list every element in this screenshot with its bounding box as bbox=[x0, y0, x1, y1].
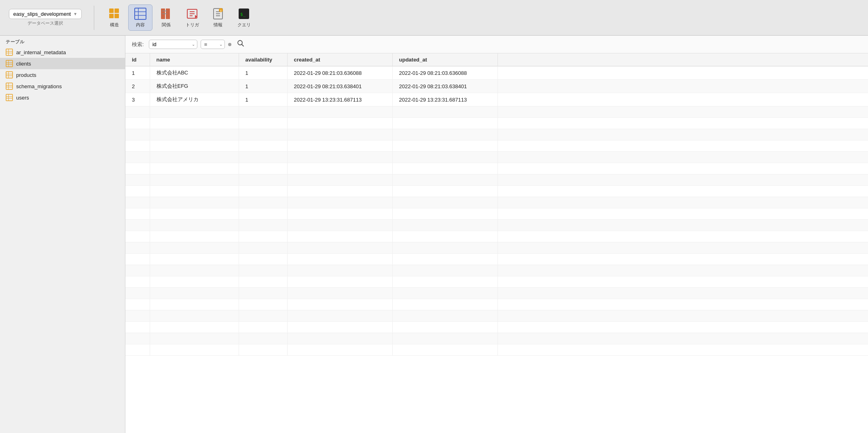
table-header-row: id name availability created_at updated_… bbox=[125, 53, 868, 66]
relation-icon bbox=[160, 7, 173, 20]
table-row[interactable]: 2 株式会社EFG 1 2022-01-29 08:21:03.638401 2… bbox=[125, 80, 868, 93]
structure-icon bbox=[108, 7, 121, 20]
sidebar-item-products[interactable]: products bbox=[0, 69, 125, 81]
empty-row bbox=[125, 333, 868, 344]
empty-row bbox=[125, 322, 868, 333]
db-selector-button[interactable]: easy_slips_development ▼ bbox=[9, 9, 82, 19]
info-icon: i bbox=[212, 7, 224, 20]
svg-text:i: i bbox=[220, 9, 221, 13]
cell-updated-at: 2022-01-29 08:21:03.636088 bbox=[392, 66, 498, 80]
tool-info-label: 情報 bbox=[214, 22, 222, 28]
sidebar-item-schema-migrations[interactable]: schema_migrations bbox=[0, 81, 125, 92]
svg-text:$_: $_ bbox=[240, 12, 246, 17]
table-grid-icon bbox=[6, 60, 13, 67]
col-header-created-at[interactable]: created_at bbox=[287, 53, 392, 66]
sidebar: テーブル ar_internal_metadata clients bbox=[0, 36, 125, 433]
cell-id: 1 bbox=[125, 66, 150, 80]
db-selector-label: データベース選択 bbox=[28, 20, 63, 26]
empty-row bbox=[125, 163, 868, 174]
db-selector-container: easy_slips_development ▼ データベース選択 bbox=[5, 9, 86, 26]
main-layout: テーブル ar_internal_metadata clients bbox=[0, 36, 868, 433]
svg-rect-2 bbox=[109, 14, 114, 18]
col-header-extra bbox=[498, 53, 868, 66]
svg-rect-0 bbox=[109, 8, 114, 13]
cell-id: 3 bbox=[125, 93, 150, 106]
cell-created-at: 2022-01-29 08:21:03.638401 bbox=[287, 80, 392, 93]
toolbar: easy_slips_development ▼ データベース選択 構造 bbox=[0, 0, 868, 36]
search-icon bbox=[237, 40, 244, 47]
sidebar-section-header: テーブル bbox=[0, 36, 125, 47]
tool-trigger[interactable]: トリガ bbox=[180, 5, 204, 30]
cell-created-at: 2022-01-29 08:21:03.636088 bbox=[287, 66, 392, 80]
tool-info[interactable]: i 情報 bbox=[206, 5, 230, 30]
content-area: 検索: id = bbox=[125, 36, 868, 433]
sidebar-item-label: schema_migrations bbox=[16, 83, 62, 89]
empty-row bbox=[125, 208, 868, 220]
svg-rect-25 bbox=[6, 49, 13, 55]
sidebar-item-label: users bbox=[16, 95, 29, 101]
empty-row bbox=[125, 197, 868, 208]
cell-updated-at: 2022-01-29 13:23:31.687113 bbox=[392, 93, 498, 106]
table-row[interactable]: 3 株式会社アメリカ 1 2022-01-29 13:23:31.687113 … bbox=[125, 93, 868, 106]
svg-line-46 bbox=[241, 45, 243, 47]
tool-relation-label: 関係 bbox=[162, 22, 171, 28]
empty-row bbox=[125, 299, 868, 310]
empty-row bbox=[125, 220, 868, 231]
cell-name: 株式会社ABC bbox=[150, 66, 239, 80]
empty-row bbox=[125, 129, 868, 140]
empty-row bbox=[125, 254, 868, 265]
tool-structure-label: 構造 bbox=[110, 22, 119, 28]
table-grid-icon bbox=[6, 71, 13, 79]
sidebar-item-label: ar_internal_metadata bbox=[16, 49, 66, 55]
empty-row bbox=[125, 276, 868, 288]
search-bar: 検索: id = bbox=[125, 36, 868, 53]
table-grid-icon bbox=[6, 83, 13, 90]
sidebar-item-clients[interactable]: clients bbox=[0, 58, 125, 69]
col-header-id[interactable]: id bbox=[125, 53, 150, 66]
sidebar-item-label: clients bbox=[16, 61, 31, 67]
tool-query[interactable]: $_ クエリ bbox=[232, 5, 256, 30]
svg-rect-3 bbox=[114, 14, 119, 18]
col-header-name[interactable]: name bbox=[150, 53, 239, 66]
cell-extra bbox=[498, 66, 868, 80]
search-operator-select[interactable]: = bbox=[201, 40, 225, 49]
empty-row bbox=[125, 186, 868, 197]
svg-rect-33 bbox=[6, 72, 13, 78]
table-grid-icon bbox=[6, 94, 13, 101]
search-op-wrapper: = bbox=[201, 40, 225, 49]
trigger-icon bbox=[186, 7, 199, 20]
cell-name: 株式会社EFG bbox=[150, 80, 239, 93]
cell-created-at: 2022-01-29 13:23:31.687113 bbox=[287, 93, 392, 106]
search-field-select[interactable]: id bbox=[149, 40, 197, 49]
content-icon bbox=[134, 7, 147, 20]
svg-rect-41 bbox=[6, 94, 13, 101]
empty-row bbox=[125, 174, 868, 186]
sidebar-item-label: products bbox=[16, 72, 36, 78]
search-button[interactable] bbox=[235, 39, 247, 50]
svg-rect-29 bbox=[6, 60, 13, 67]
tool-query-label: クエリ bbox=[237, 22, 251, 28]
search-label: 検索: bbox=[132, 41, 144, 48]
sidebar-item-ar-internal-metadata[interactable]: ar_internal_metadata bbox=[0, 47, 125, 58]
tool-content[interactable]: 内容 bbox=[128, 4, 152, 31]
col-header-updated-at[interactable]: updated_at bbox=[392, 53, 498, 66]
tool-structure[interactable]: 構造 bbox=[102, 5, 127, 30]
data-table: id name availability created_at updated_… bbox=[125, 53, 868, 356]
sidebar-item-users[interactable]: users bbox=[0, 92, 125, 103]
empty-row bbox=[125, 344, 868, 356]
tool-relation[interactable]: 関係 bbox=[154, 5, 178, 30]
empty-row bbox=[125, 231, 868, 242]
svg-rect-4 bbox=[135, 8, 146, 19]
tool-content-label: 内容 bbox=[136, 22, 145, 28]
table-grid-icon bbox=[6, 49, 13, 56]
table-row[interactable]: 1 株式会社ABC 1 2022-01-29 08:21:03.636088 2… bbox=[125, 66, 868, 80]
empty-row bbox=[125, 265, 868, 276]
empty-row bbox=[125, 118, 868, 129]
toolbar-divider bbox=[94, 6, 94, 30]
toolbar-tools: 構造 内容 bbox=[102, 4, 256, 31]
empty-row bbox=[125, 310, 868, 322]
chevron-down-icon: ▼ bbox=[73, 12, 77, 16]
col-header-availability[interactable]: availability bbox=[239, 53, 287, 66]
db-selector-value: easy_slips_development bbox=[13, 11, 71, 17]
empty-row bbox=[125, 106, 868, 118]
